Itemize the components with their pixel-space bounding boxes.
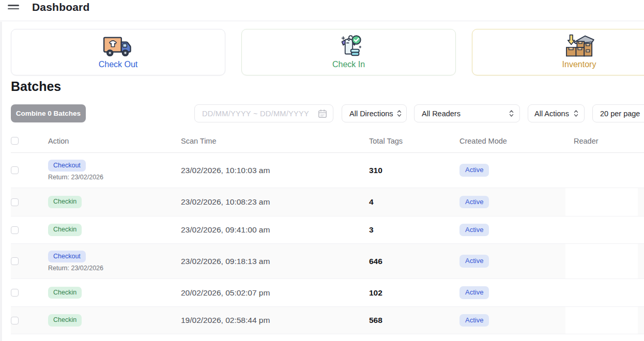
row-overflow-cell <box>638 279 644 306</box>
row-checkbox[interactable] <box>11 226 19 234</box>
stepper-chevrons-icon <box>396 109 402 118</box>
table-row: Checkin 20/02/2026, 05:02:07 pm 102 Acti… <box>11 279 644 307</box>
page-size-value: 20 per page <box>600 110 640 118</box>
delivery-truck-icon <box>102 33 134 60</box>
top-bar: Dashboard <box>0 0 644 21</box>
row-overflow-cell <box>638 307 644 334</box>
check-in-card[interactable]: Check In <box>241 29 456 75</box>
action-badge: Checkout <box>48 251 86 263</box>
action-filter-value: All Actions <box>534 110 569 118</box>
column-header-created-mode: Created Mode <box>459 137 565 145</box>
created-mode-badge: Active <box>459 164 489 176</box>
created-mode-badge: Active <box>459 255 489 267</box>
date-range-field[interactable] <box>194 104 333 122</box>
column-header-action: Action <box>48 137 181 145</box>
warehouse-boxes-icon <box>563 33 595 61</box>
table-row: Checkout Return: 23/02/2026 23/02/2026, … <box>11 244 644 279</box>
column-header-total-tags: Total Tags <box>369 137 459 145</box>
check-out-label: Check Out <box>99 60 138 69</box>
return-date: Return: 23/02/2026 <box>48 265 103 272</box>
check-out-card[interactable]: Check Out <box>11 29 225 75</box>
calendar-icon[interactable] <box>318 109 327 118</box>
total-tags: 646 <box>369 244 459 278</box>
table-header-row: Action Scan Time Total Tags Created Mode… <box>11 129 644 153</box>
stepper-chevrons-icon <box>573 109 579 118</box>
column-header-reader: Reader <box>565 137 638 145</box>
table-row: Checkin 23/02/2026, 09:41:00 am 3 Active <box>11 216 644 244</box>
total-tags: 3 <box>369 216 459 243</box>
combine-batches-button[interactable]: Combine 0 Batches <box>11 104 86 122</box>
reader-cell <box>565 216 638 243</box>
row-overflow-cell <box>638 153 644 188</box>
created-mode-badge: Active <box>459 224 489 236</box>
reader-cell <box>565 307 638 334</box>
row-checkbox[interactable] <box>11 166 19 174</box>
reader-cell <box>565 244 638 278</box>
total-tags: 568 <box>369 307 459 334</box>
action-badge: Checkout <box>48 160 86 172</box>
date-range-input[interactable] <box>202 110 318 118</box>
row-checkbox[interactable] <box>11 198 19 206</box>
action-badge: Checkin <box>48 314 82 327</box>
batches-table: Action Scan Time Total Tags Created Mode… <box>11 129 644 334</box>
action-badge: Checkin <box>48 196 82 208</box>
row-overflow-cell <box>638 216 644 243</box>
page-title: Dashboard <box>32 1 90 14</box>
return-date: Return: 23/02/2026 <box>48 174 103 181</box>
column-header-scan-time: Scan Time <box>181 137 369 145</box>
inventory-card[interactable]: Inventory <box>472 29 644 75</box>
dashboard-page: Dashboard Check Out <box>0 0 644 341</box>
scan-time: 19/02/2026, 02:58:44 pm <box>181 307 369 334</box>
row-overflow-cell <box>638 188 644 216</box>
created-mode-badge: Active <box>459 196 489 208</box>
created-mode-badge: Active <box>459 286 489 299</box>
page-size-select[interactable]: 20 per page <box>592 104 644 122</box>
stepper-chevrons-icon <box>509 109 514 118</box>
laundry-checked-icon <box>334 33 364 62</box>
table-row: Checkout Return: 23/02/2026 23/02/2026, … <box>11 153 644 188</box>
hamburger-menu-icon[interactable] <box>8 4 19 10</box>
row-checkbox[interactable] <box>11 257 19 265</box>
reader-cell <box>565 279 638 306</box>
row-overflow-cell <box>638 244 644 278</box>
total-tags: 310 <box>369 153 459 188</box>
direction-filter-value: All Directions <box>349 110 393 118</box>
scan-time: 23/02/2026, 09:18:13 am <box>181 244 369 278</box>
table-row: Checkin 19/02/2026, 02:58:44 pm 568 Acti… <box>11 307 644 334</box>
table-row: Checkin 23/02/2026, 10:08:23 am 4 Active <box>11 188 644 216</box>
created-mode-badge: Active <box>459 314 489 327</box>
total-tags: 4 <box>369 188 459 216</box>
select-all-checkbox[interactable] <box>11 137 19 145</box>
action-badge: Checkin <box>48 224 82 236</box>
scan-time: 23/02/2026, 10:08:23 am <box>181 188 369 216</box>
inventory-label: Inventory <box>562 60 596 69</box>
action-badge: Checkin <box>48 287 82 299</box>
scan-time: 23/02/2026, 10:10:03 am <box>181 153 369 188</box>
reader-cell <box>565 188 638 216</box>
scan-time: 20/02/2026, 05:02:07 pm <box>181 279 369 306</box>
left-edge-strip <box>0 22 2 341</box>
row-checkbox[interactable] <box>11 317 19 324</box>
reader-filter-value: All Readers <box>422 110 461 118</box>
action-filter-select[interactable]: All Actions <box>528 104 585 122</box>
direction-filter-select[interactable]: All Directions <box>342 104 407 122</box>
batches-section-title: Batches <box>11 79 61 94</box>
total-tags: 102 <box>369 279 459 306</box>
reader-filter-select[interactable]: All Readers <box>414 104 520 122</box>
scan-time: 23/02/2026, 09:41:00 am <box>181 216 369 243</box>
reader-cell <box>565 153 638 188</box>
row-checkbox[interactable] <box>11 289 19 297</box>
